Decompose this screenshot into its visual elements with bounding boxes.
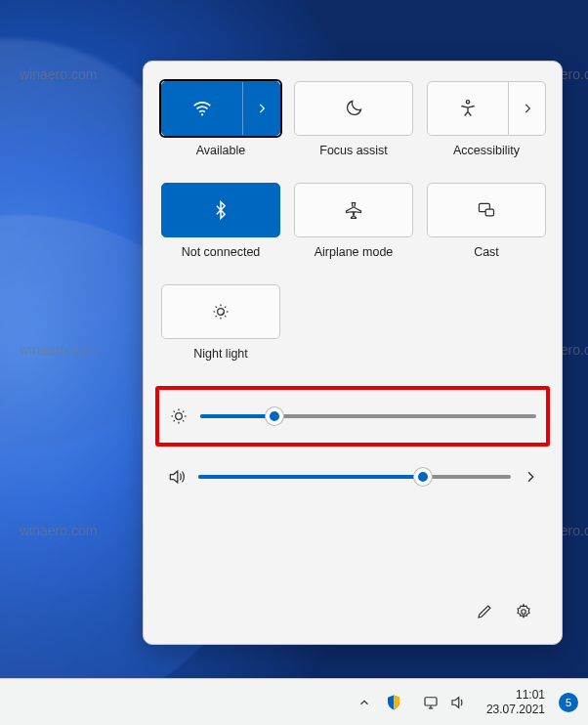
wifi-toggle[interactable] xyxy=(162,82,242,135)
taskbar-time: 11:01 xyxy=(516,688,545,702)
annotation-highlight xyxy=(155,386,550,447)
wifi-expand-button[interactable] xyxy=(242,82,279,135)
network-volume-group[interactable] xyxy=(416,690,473,715)
chevron-right-icon xyxy=(521,102,534,115)
volume-slider[interactable] xyxy=(198,475,511,479)
bluetooth-label: Not connected xyxy=(182,245,261,261)
bluetooth-icon xyxy=(211,200,231,220)
accessibility-icon xyxy=(458,99,478,118)
volume-thumb[interactable] xyxy=(414,468,432,486)
accessibility-expand-button[interactable] xyxy=(508,82,545,135)
taskbar-clock[interactable]: 11:01 23.07.2021 xyxy=(486,688,545,716)
svg-point-1 xyxy=(466,101,469,104)
wifi-icon xyxy=(191,98,213,119)
svg-point-5 xyxy=(176,413,183,420)
accessibility-toggle[interactable] xyxy=(428,82,508,135)
brightness-fill xyxy=(200,414,274,418)
accessibility-tile[interactable] xyxy=(427,81,546,136)
night-light-label: Night light xyxy=(193,347,248,362)
settings-button[interactable] xyxy=(507,595,540,628)
cast-label: Cast xyxy=(474,245,499,261)
focus-assist-tile[interactable] xyxy=(294,81,413,136)
pencil-icon xyxy=(476,603,493,620)
airplane-mode-label: Airplane mode xyxy=(315,245,394,261)
night-light-tile[interactable] xyxy=(161,284,280,339)
system-tray: 11:01 23.07.2021 5 xyxy=(357,688,578,716)
cast-icon xyxy=(476,200,497,220)
volume-fill xyxy=(198,475,423,479)
svg-point-0 xyxy=(201,113,203,115)
volume-tray-icon xyxy=(449,694,467,711)
quick-settings-panel: Available Focus assist xyxy=(143,61,563,645)
taskbar-date: 23.07.2021 xyxy=(486,703,545,716)
chevron-right-icon[interactable] xyxy=(523,469,538,485)
svg-rect-3 xyxy=(485,209,493,216)
brightness-thumb[interactable] xyxy=(266,407,283,425)
moon-icon xyxy=(344,99,363,118)
volume-icon xyxy=(167,467,187,487)
notification-badge[interactable]: 5 xyxy=(559,693,578,712)
tray-overflow-button[interactable] xyxy=(357,696,371,709)
security-icon[interactable] xyxy=(385,694,402,711)
network-icon xyxy=(422,694,440,711)
focus-assist-label: Focus assist xyxy=(319,144,387,159)
wifi-label: Available xyxy=(196,144,246,159)
wifi-tile[interactable] xyxy=(161,81,280,136)
chevron-right-icon xyxy=(255,102,269,115)
brightness-slider[interactable] xyxy=(200,414,536,418)
gear-icon xyxy=(515,603,532,620)
cast-tile[interactable] xyxy=(427,183,546,237)
volume-slider-row xyxy=(161,456,544,497)
accessibility-label: Accessibility xyxy=(453,144,520,159)
svg-point-6 xyxy=(522,610,526,615)
sliders-section xyxy=(161,386,544,497)
night-light-icon xyxy=(211,302,231,321)
bluetooth-tile[interactable] xyxy=(161,183,280,237)
quick-settings-grid: Available Focus assist xyxy=(161,81,544,380)
brightness-icon xyxy=(169,406,189,426)
edit-button[interactable] xyxy=(468,595,501,628)
brightness-slider-row xyxy=(163,396,542,437)
airplane-icon xyxy=(344,200,363,220)
svg-rect-7 xyxy=(425,697,437,704)
airplane-mode-tile[interactable] xyxy=(294,183,413,237)
panel-footer xyxy=(161,587,544,634)
taskbar: 11:01 23.07.2021 5 xyxy=(0,678,588,725)
